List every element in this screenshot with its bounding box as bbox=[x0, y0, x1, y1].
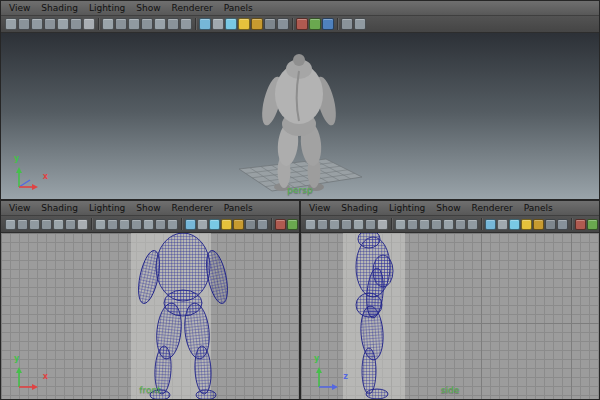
textured-mode-icon[interactable] bbox=[209, 219, 220, 230]
grid-icon[interactable] bbox=[395, 219, 406, 230]
menu-show[interactable]: Show bbox=[136, 203, 160, 213]
motion-blur-icon[interactable] bbox=[257, 219, 268, 230]
two-d-pan-zoom-icon[interactable] bbox=[365, 219, 376, 230]
menu-panels[interactable]: Panels bbox=[524, 203, 553, 213]
gamma-icon[interactable] bbox=[354, 18, 366, 30]
gate-mask-icon[interactable] bbox=[431, 219, 442, 230]
film-gate-icon[interactable] bbox=[407, 219, 418, 230]
grease-pencil-icon[interactable] bbox=[83, 18, 95, 30]
exposure-icon[interactable] bbox=[341, 18, 353, 30]
panel-menubar: View Shading Lighting Show Renderer Pane… bbox=[1, 201, 299, 216]
ambient-occlusion-icon[interactable] bbox=[545, 219, 556, 230]
select-camera-icon[interactable] bbox=[5, 18, 17, 30]
grease-pencil-icon[interactable] bbox=[77, 219, 88, 230]
image-plane-icon[interactable] bbox=[53, 219, 64, 230]
character-wireframe-front[interactable] bbox=[126, 233, 241, 399]
ambient-occlusion-icon[interactable] bbox=[264, 18, 276, 30]
menu-renderer[interactable]: Renderer bbox=[172, 203, 213, 213]
menu-show[interactable]: Show bbox=[436, 203, 460, 213]
panel-side: View Shading Lighting Show Renderer Pane… bbox=[300, 200, 600, 400]
motion-blur-icon[interactable] bbox=[277, 18, 289, 30]
perspective-viewport[interactable]: y x persp bbox=[1, 33, 599, 199]
maya-viewport-layout: View Shading Lighting Show Renderer Pane… bbox=[0, 0, 600, 400]
menu-panels[interactable]: Panels bbox=[224, 203, 253, 213]
side-viewport[interactable]: y z side bbox=[301, 233, 599, 399]
wireframe-mode-icon[interactable] bbox=[485, 219, 496, 230]
grease-pencil-icon[interactable] bbox=[377, 219, 388, 230]
xray-icon[interactable] bbox=[587, 219, 598, 230]
shadows-icon[interactable] bbox=[233, 219, 244, 230]
two-d-pan-zoom-icon[interactable] bbox=[70, 18, 82, 30]
menu-lighting[interactable]: Lighting bbox=[89, 3, 125, 13]
menu-view[interactable]: View bbox=[9, 3, 30, 13]
xray-joints-icon[interactable] bbox=[322, 18, 334, 30]
menu-shading[interactable]: Shading bbox=[41, 203, 78, 213]
shaded-mode-icon[interactable] bbox=[497, 219, 508, 230]
safe-action-icon[interactable] bbox=[455, 219, 466, 230]
bookmark-icon[interactable] bbox=[341, 219, 352, 230]
xray-icon[interactable] bbox=[309, 18, 321, 30]
isolate-select-icon[interactable] bbox=[275, 219, 286, 230]
textured-mode-icon[interactable] bbox=[509, 219, 520, 230]
safe-action-icon[interactable] bbox=[167, 18, 179, 30]
shadows-icon[interactable] bbox=[533, 219, 544, 230]
lock-camera-icon[interactable] bbox=[17, 219, 28, 230]
select-camera-icon[interactable] bbox=[5, 219, 16, 230]
xray-icon[interactable] bbox=[287, 219, 298, 230]
use-all-lights-icon[interactable] bbox=[521, 219, 532, 230]
menu-lighting[interactable]: Lighting bbox=[389, 203, 425, 213]
safe-action-icon[interactable] bbox=[155, 219, 166, 230]
menu-view[interactable]: View bbox=[309, 203, 330, 213]
toolbar-separator bbox=[569, 218, 574, 230]
grid-icon[interactable] bbox=[102, 18, 114, 30]
menu-lighting[interactable]: Lighting bbox=[89, 203, 125, 213]
menu-panels[interactable]: Panels bbox=[224, 3, 253, 13]
field-chart-icon[interactable] bbox=[443, 219, 454, 230]
shaded-mode-icon[interactable] bbox=[212, 18, 224, 30]
film-gate-icon[interactable] bbox=[107, 219, 118, 230]
wireframe-mode-icon[interactable] bbox=[199, 18, 211, 30]
camera-attributes-icon[interactable] bbox=[29, 219, 40, 230]
resolution-gate-icon[interactable] bbox=[128, 18, 140, 30]
ambient-occlusion-icon[interactable] bbox=[245, 219, 256, 230]
menu-renderer[interactable]: Renderer bbox=[172, 3, 213, 13]
field-chart-icon[interactable] bbox=[143, 219, 154, 230]
gate-mask-icon[interactable] bbox=[141, 18, 153, 30]
menu-renderer[interactable]: Renderer bbox=[472, 203, 513, 213]
character-wireframe-side[interactable] bbox=[339, 233, 409, 399]
camera-attributes-icon[interactable] bbox=[329, 219, 340, 230]
character-model-shaded[interactable] bbox=[234, 49, 364, 199]
gate-mask-icon[interactable] bbox=[131, 219, 142, 230]
isolate-select-icon[interactable] bbox=[575, 219, 586, 230]
motion-blur-icon[interactable] bbox=[557, 219, 568, 230]
menu-view[interactable]: View bbox=[9, 203, 30, 213]
use-all-lights-icon[interactable] bbox=[238, 18, 250, 30]
bookmark-icon[interactable] bbox=[44, 18, 56, 30]
grid-icon[interactable] bbox=[95, 219, 106, 230]
textured-mode-icon[interactable] bbox=[225, 18, 237, 30]
film-gate-icon[interactable] bbox=[115, 18, 127, 30]
two-d-pan-zoom-icon[interactable] bbox=[65, 219, 76, 230]
shadows-icon[interactable] bbox=[251, 18, 263, 30]
use-all-lights-icon[interactable] bbox=[221, 219, 232, 230]
wireframe-mode-icon[interactable] bbox=[185, 219, 196, 230]
isolate-select-icon[interactable] bbox=[296, 18, 308, 30]
image-plane-icon[interactable] bbox=[57, 18, 69, 30]
safe-title-icon[interactable] bbox=[467, 219, 478, 230]
lock-camera-icon[interactable] bbox=[317, 219, 328, 230]
image-plane-icon[interactable] bbox=[353, 219, 364, 230]
bookmark-icon[interactable] bbox=[41, 219, 52, 230]
camera-attributes-icon[interactable] bbox=[31, 18, 43, 30]
safe-title-icon[interactable] bbox=[180, 18, 192, 30]
front-viewport[interactable]: y x front bbox=[1, 233, 299, 399]
safe-title-icon[interactable] bbox=[167, 219, 178, 230]
menu-shading[interactable]: Shading bbox=[341, 203, 378, 213]
menu-show[interactable]: Show bbox=[136, 3, 160, 13]
lock-camera-icon[interactable] bbox=[18, 18, 30, 30]
shaded-mode-icon[interactable] bbox=[197, 219, 208, 230]
field-chart-icon[interactable] bbox=[154, 18, 166, 30]
select-camera-icon[interactable] bbox=[305, 219, 316, 230]
resolution-gate-icon[interactable] bbox=[119, 219, 130, 230]
menu-shading[interactable]: Shading bbox=[41, 3, 78, 13]
resolution-gate-icon[interactable] bbox=[419, 219, 430, 230]
